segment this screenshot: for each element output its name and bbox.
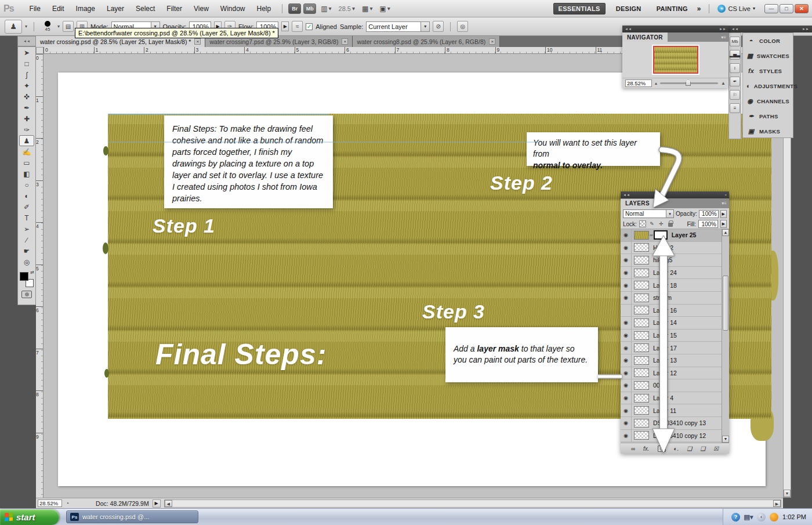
zoom-tool[interactable]: ◎	[19, 256, 34, 267]
screen-mode-button[interactable]: ▣▾	[377, 5, 392, 13]
adjustment-layer-button[interactable]: ◐.	[673, 446, 679, 452]
status-zoom-input[interactable]: 28.52%	[38, 499, 62, 507]
channels-panel[interactable]: ◉ CHANNELS	[743, 93, 793, 108]
layer-row[interactable]: ◉ ∞ Layer 11	[621, 404, 722, 417]
info-panel-icon[interactable]: i	[730, 63, 740, 73]
layer-name[interactable]: Layer 24	[653, 269, 677, 276]
layer-thumbnail[interactable]	[634, 243, 649, 252]
line-tool[interactable]: ∕	[19, 234, 34, 245]
layer-row[interactable]: ◉ ∞ Layer 18	[621, 279, 722, 292]
color-panel[interactable]: ◓ COLOR	[743, 33, 793, 48]
zoom-level-control[interactable]: 28.5▾	[336, 5, 357, 12]
layer-name[interactable]: Layer 18	[653, 282, 677, 289]
history-brush-tool[interactable]: ✍	[19, 146, 34, 157]
essentials[interactable]: ESSENTIALS	[553, 3, 606, 15]
visibility-toggle[interactable]: ◉	[621, 279, 632, 291]
minimize-button[interactable]: —	[764, 4, 778, 13]
menu-item[interactable]: Layer	[102, 3, 129, 15]
visibility-toggle[interactable]: ◉	[621, 379, 632, 392]
hand-tool[interactable]: ☛	[19, 245, 34, 256]
tab-close-icon[interactable]: ×	[194, 38, 201, 45]
layer-mask-thumbnail[interactable]	[654, 230, 668, 240]
eraser-tool[interactable]: ▭	[19, 157, 34, 168]
restore-button[interactable]: □	[780, 4, 793, 13]
view-extras-button[interactable]: ▥▾	[318, 5, 334, 13]
navigator-zoom-input[interactable]: 28.52%	[625, 79, 652, 87]
layer-row[interactable]: ◉ ∞ hiking5	[621, 254, 722, 267]
layer-name[interactable]: Layer 17	[653, 345, 677, 352]
visibility-toggle[interactable]: ◉	[621, 292, 632, 304]
layer-name[interactable]: Layer 14	[653, 319, 677, 326]
layer-thumbnail[interactable]	[634, 281, 649, 289]
scroll-up-icon[interactable]: ▲	[722, 229, 729, 236]
layer-name[interactable]: Layer 12	[653, 370, 677, 376]
visibility-toggle[interactable]: ◉	[621, 242, 632, 254]
zoom-in-icon[interactable]: ▲	[721, 81, 726, 86]
brush-preset-picker[interactable]: 45	[41, 21, 55, 32]
swap-colors-icon[interactable]: ⇄	[30, 270, 34, 275]
arrange-documents-button[interactable]: ▦▾	[360, 5, 375, 13]
design[interactable]: DESIGN	[611, 3, 646, 14]
pen-tool[interactable]: ✐	[19, 201, 34, 212]
layer-thumbnail[interactable]	[634, 331, 649, 340]
layer-thumbnail[interactable]	[634, 419, 649, 428]
swatches-panel[interactable]: ▦ SWATCHES	[743, 48, 793, 63]
mini-bridge-button[interactable]: Mb	[730, 37, 740, 46]
tool-presets-panel-icon[interactable]: ✒	[730, 77, 740, 86]
toggle-brush-panel-button[interactable]: ▤	[63, 21, 74, 32]
panel-menu-icon[interactable]: ▾≡	[722, 201, 727, 206]
layer-thumbnail[interactable]	[634, 269, 649, 277]
layer-thumbnail[interactable]	[634, 356, 649, 365]
layer-opacity-input[interactable]: 100%	[699, 210, 719, 218]
visibility-toggle[interactable]: ◉	[621, 317, 632, 329]
marquee-tool[interactable]: □	[19, 58, 34, 69]
layer-row[interactable]: ◉ ∞ Layer 24	[621, 267, 722, 280]
layers-tab[interactable]: LAYERS	[621, 199, 654, 208]
layer-name[interactable]: Layer 16	[653, 307, 677, 314]
scrollbar-thumb[interactable]	[723, 276, 728, 331]
layer-fill-input[interactable]: 100%	[698, 220, 718, 228]
visibility-toggle[interactable]: ◉	[621, 267, 632, 279]
crop-tool[interactable]: ✜	[19, 91, 34, 102]
menu-item[interactable]: Image	[71, 3, 100, 15]
path-selection-tool[interactable]: ➢	[19, 223, 34, 234]
layer-name[interactable]: Layer 4	[653, 394, 673, 401]
layer-thumbnail[interactable]	[634, 368, 649, 377]
hide-icons-button[interactable]: ‹	[757, 513, 766, 522]
layer-row[interactable]: ◉ ∞ Layer 17	[621, 342, 722, 354]
lock-paint-icon[interactable]: ✎	[648, 220, 655, 227]
collapse-panel-icon[interactable]: ◄◄	[625, 27, 632, 31]
masks-panel[interactable]: ▣ MASKS	[743, 124, 793, 139]
status-options-button[interactable]: ▶	[153, 499, 161, 508]
layer-name[interactable]: 0031	[653, 382, 666, 389]
scroll-down-icon[interactable]: ▼	[722, 436, 729, 443]
menu-item[interactable]: Filter	[161, 3, 187, 15]
layer-row[interactable]: ◉ ∞ Layer 25	[621, 229, 722, 242]
painting[interactable]: PAINTING	[652, 3, 693, 14]
bridge-button[interactable]: Br	[288, 3, 301, 14]
layer-thumbnail[interactable]	[634, 231, 649, 240]
histogram-panel-icon[interactable]: ▂▅▃	[730, 50, 740, 60]
layer-thumbnail[interactable]	[634, 381, 649, 390]
visibility-toggle[interactable]: ◉	[621, 342, 632, 354]
visibility-toggle[interactable]: ◉	[621, 305, 632, 317]
toolbox-collapse-button[interactable]: ◄◄	[17, 36, 36, 46]
layer-row[interactable]: ◉ ∞ Hiking2	[621, 242, 722, 255]
visibility-toggle[interactable]: ◉	[621, 417, 632, 429]
scroll-left-icon[interactable]: ◀	[165, 500, 172, 507]
layer-row[interactable]: ◉ ∞ DSC03410 copy 12	[621, 430, 722, 443]
airbrush-icon[interactable]: ≈	[292, 21, 303, 32]
preset-dropdown-icon[interactable]: ▾	[25, 24, 27, 29]
menu-item[interactable]: Edit	[47, 3, 70, 15]
layer-row[interactable]: ◉ ∞ Layer 16	[621, 305, 722, 317]
layer-name[interactable]: DSC03410 copy 12	[653, 432, 706, 439]
layer-name[interactable]: DSC03410 copy 13	[653, 419, 706, 426]
visibility-toggle[interactable]: ◉	[621, 392, 632, 404]
lock-transparency-icon[interactable]	[639, 220, 646, 227]
ruler-origin[interactable]	[36, 47, 44, 54]
start-button[interactable]: start	[0, 509, 59, 525]
paths-panel[interactable]: ✒ PATHS	[743, 108, 793, 124]
add-layer-mask-button[interactable]	[658, 446, 666, 452]
animation-panel-icon[interactable]: ≡	[730, 103, 740, 113]
visibility-toggle[interactable]: ◉	[621, 404, 632, 417]
